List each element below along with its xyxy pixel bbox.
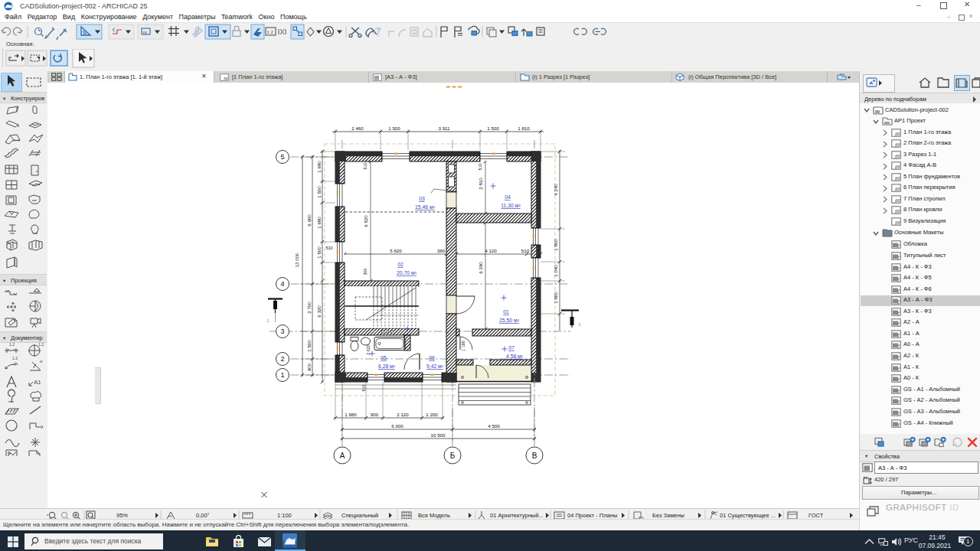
- svg-text:3: 3: [280, 328, 284, 335]
- svg-text:04: 04: [505, 194, 511, 200]
- svg-text:11,30 м²: 11,30 м²: [501, 203, 521, 208]
- svg-text:03: 03: [419, 196, 425, 201]
- svg-text:α: α: [40, 359, 43, 364]
- svg-text:6 900: 6 900: [306, 214, 312, 227]
- svg-text:6,28 м²: 6,28 м²: [378, 364, 396, 369]
- svg-text:4 500: 4 500: [488, 423, 500, 429]
- svg-text:380: 380: [437, 248, 446, 253]
- svg-text:25,50 м²: 25,50 м²: [499, 318, 520, 323]
- svg-text:1 500: 1 500: [306, 340, 312, 352]
- svg-text:1 500: 1 500: [388, 126, 400, 131]
- svg-text:4,58 м²: 4,58 м²: [506, 354, 524, 359]
- svg-text:1 800: 1 800: [553, 292, 558, 304]
- svg-text:5: 5: [280, 153, 284, 161]
- svg-text:A1: A1: [34, 379, 41, 386]
- svg-text:6 520: 6 520: [363, 215, 368, 227]
- svg-text:1 500: 1 500: [487, 126, 499, 131]
- svg-text:2 120: 2 120: [397, 412, 409, 417]
- svg-text:10 500: 10 500: [431, 432, 446, 438]
- svg-text:1: 1: [280, 371, 284, 379]
- svg-text:1: 1: [578, 322, 580, 327]
- svg-text:1 800: 1 800: [553, 239, 558, 251]
- svg-text:2 810: 2 810: [478, 178, 483, 190]
- svg-text:01: 01: [503, 309, 509, 315]
- svg-text:1 200: 1 200: [426, 412, 438, 417]
- svg-text:12 000: 12 000: [294, 253, 299, 267]
- svg-text:510: 510: [363, 162, 368, 169]
- svg-text:1 680: 1 680: [316, 161, 322, 173]
- svg-text:1.2: 1.2: [38, 342, 44, 347]
- svg-text:1: 1: [266, 318, 269, 323]
- svg-text:15,46 м²: 15,46 м²: [415, 204, 436, 210]
- svg-text:1 810: 1 810: [518, 126, 530, 131]
- svg-text:2 460: 2 460: [351, 126, 364, 131]
- svg-text:2 700: 2 700: [306, 302, 312, 314]
- svg-text:9,42 м²: 9,42 м²: [426, 364, 444, 369]
- svg-text:1 680: 1 680: [345, 412, 357, 417]
- svg-text:1 680: 1 680: [316, 217, 322, 229]
- svg-text:06: 06: [429, 355, 435, 360]
- svg-text:05: 05: [381, 355, 387, 360]
- svg-text:1 180: 1 180: [461, 341, 466, 351]
- svg-text:1 2: 1 2: [267, 30, 274, 34]
- svg-text:4: 4: [280, 280, 284, 288]
- svg-text:02: 02: [397, 262, 403, 267]
- svg-text:4 120: 4 120: [485, 248, 497, 253]
- svg-text:6 290: 6 290: [478, 262, 483, 274]
- svg-text:510: 510: [521, 248, 530, 253]
- svg-text:07: 07: [508, 345, 514, 350]
- svg-text:3 911: 3 911: [438, 126, 450, 131]
- svg-text:900: 900: [371, 412, 379, 417]
- svg-text:510: 510: [478, 163, 482, 170]
- svg-text:300: 300: [363, 268, 368, 275]
- svg-text:20,70 м²: 20,70 м²: [397, 270, 417, 276]
- svg-text:1.2: 1.2: [9, 342, 15, 347]
- svg-text:510: 510: [361, 384, 366, 391]
- svg-text:900: 900: [306, 363, 312, 371]
- svg-text:1.2: 1.2: [12, 356, 18, 360]
- svg-text:1 500: 1 500: [316, 186, 322, 198]
- svg-text:6 000: 6 000: [391, 423, 403, 429]
- svg-text:4 240: 4 240: [553, 184, 558, 196]
- svg-text:510: 510: [325, 246, 332, 250]
- svg-text:Б: Б: [450, 452, 456, 460]
- svg-text:xy: xy: [143, 30, 148, 34]
- svg-text:6 320: 6 320: [316, 305, 322, 318]
- svg-text:1 500: 1 500: [316, 246, 322, 259]
- svg-text:В: В: [532, 452, 537, 460]
- svg-text:5 620: 5 620: [390, 248, 402, 253]
- svg-text:2: 2: [280, 355, 284, 363]
- svg-text:1 040: 1 040: [553, 265, 558, 277]
- svg-text:А: А: [340, 452, 345, 460]
